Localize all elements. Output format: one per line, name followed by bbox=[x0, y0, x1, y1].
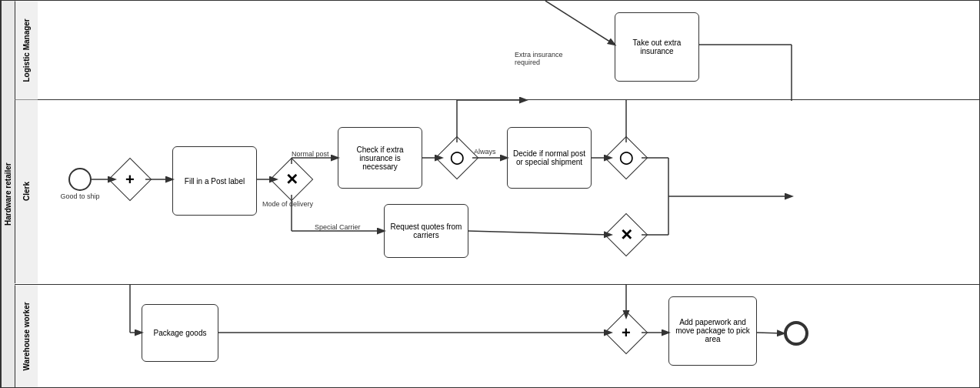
task-fill-post-label: Decide if normal post or special shipmen… bbox=[507, 127, 592, 189]
svg-line-26 bbox=[757, 333, 784, 333]
gateway-merge-post: ◯ bbox=[605, 136, 648, 180]
gateway-merge-carrier: ✕ bbox=[605, 213, 648, 257]
pool-label: Hardware retailer bbox=[1, 1, 15, 387]
end-event bbox=[784, 321, 808, 346]
mode-delivery-label: Mode of delivery bbox=[262, 200, 313, 208]
top-lane-connections bbox=[38, 1, 979, 99]
flow-label-special-carrier: Special Carrier bbox=[315, 223, 361, 231]
lane-label-warehouse: Warehouse worker bbox=[15, 285, 38, 387]
bpmn-diagram: Hardware retailer Logistic Manager Take … bbox=[0, 0, 980, 388]
gateway-insurance-check: ◯ bbox=[435, 136, 479, 180]
lane-label-clerk: Clerk bbox=[15, 100, 38, 283]
start-label: Good to ship bbox=[57, 192, 103, 200]
task-request-quotes: Request quotes from carriers bbox=[384, 204, 468, 258]
task-take-out-insurance: Take out extra insurance bbox=[615, 12, 699, 82]
task-add-paperwork: Add paperwork and move package to pick a… bbox=[668, 296, 757, 366]
flow-label-always: Always bbox=[474, 148, 496, 156]
svg-line-0 bbox=[545, 1, 615, 45]
task-decide-shipment: Fill in a Post label bbox=[172, 146, 257, 216]
gateway-mode-delivery: ✕ bbox=[270, 158, 314, 202]
lane-label-logistic: Logistic Manager bbox=[15, 1, 38, 99]
task-check-insurance: Check if extra insurance is necessary bbox=[338, 127, 422, 189]
flow-label-extra-insurance: Extra insurance required bbox=[515, 51, 576, 66]
svg-line-16 bbox=[468, 231, 611, 235]
task-package-goods: Package goods bbox=[142, 304, 218, 362]
gateway-end-parallel: + bbox=[605, 310, 648, 354]
gateway-start-parallel: + bbox=[108, 158, 152, 202]
flow-label-normal-post: Normal post bbox=[292, 150, 329, 158]
start-event bbox=[68, 168, 92, 191]
